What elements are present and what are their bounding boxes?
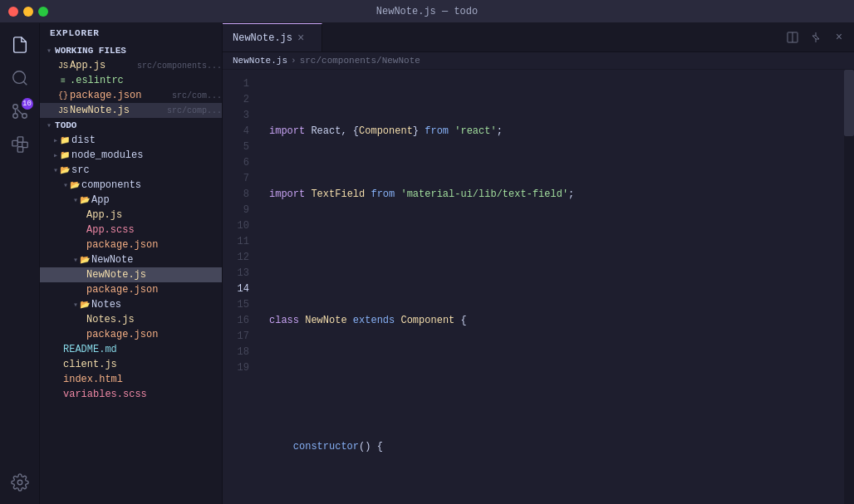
line-num-8: 8 bbox=[223, 187, 263, 203]
extensions-icon[interactable] bbox=[5, 130, 35, 159]
window-controls[interactable] bbox=[8, 7, 48, 17]
editor-container: NewNote.js × × NewNote bbox=[223, 23, 854, 504]
todo-chevron bbox=[47, 120, 52, 130]
source-control-icon[interactable]: 10 bbox=[5, 96, 35, 126]
folder-newnote[interactable]: 📂 NewNote bbox=[40, 252, 222, 267]
folder-name: App bbox=[91, 194, 222, 206]
folder-name: components bbox=[81, 179, 222, 191]
line-num-14: 14 bbox=[223, 281, 263, 297]
sidebar-header: Explorer bbox=[40, 23, 222, 43]
file-variablesscss[interactable]: variables.scss bbox=[40, 387, 222, 402]
code-line-1: import React, {Component} from 'react'; bbox=[263, 124, 844, 139]
file-name: App.js bbox=[86, 209, 222, 221]
file-app-packagejson[interactable]: package.json bbox=[40, 237, 222, 252]
folder-name: src bbox=[71, 164, 222, 176]
working-files-chevron bbox=[47, 46, 52, 56]
file-newnote-js[interactable]: NewNote.js bbox=[40, 267, 222, 282]
file-name: Notes.js bbox=[86, 314, 222, 325]
working-files-label: WORKING FILES bbox=[55, 46, 126, 56]
file-app-js[interactable]: App.js bbox=[40, 208, 222, 223]
file-name: variables.scss bbox=[63, 389, 222, 400]
breadcrumb-path: src/components/NewNote bbox=[300, 56, 420, 66]
close-editor-icon[interactable]: × bbox=[831, 26, 847, 49]
maximize-button[interactable] bbox=[38, 7, 48, 17]
split-editor-icon[interactable] bbox=[784, 26, 801, 49]
line-num-13: 13 bbox=[223, 266, 263, 281]
line-num-15: 15 bbox=[223, 297, 263, 313]
settings-icon[interactable] bbox=[5, 467, 35, 497]
file-notes-packagejson[interactable]: package.json bbox=[40, 327, 222, 342]
code-line-6: constructor() { bbox=[263, 439, 844, 455]
folder-open-icon: 📂 bbox=[58, 165, 71, 175]
line-num-19: 19 bbox=[223, 360, 263, 376]
close-button[interactable] bbox=[8, 7, 18, 17]
tab-name: NewNote.js bbox=[233, 32, 292, 44]
working-file-packagejson[interactable]: {} package.json src/com... bbox=[40, 88, 222, 103]
file-readme[interactable]: README.md bbox=[40, 342, 222, 357]
json-file-icon: {} bbox=[56, 91, 70, 100]
folder-components[interactable]: 📂 components bbox=[40, 178, 222, 193]
line-num-1: 1 bbox=[223, 76, 263, 92]
file-indexhtml[interactable]: index.html bbox=[40, 372, 222, 387]
file-app-scss[interactable]: App.scss bbox=[40, 223, 222, 237]
breadcrumb-filename: NewNote.js bbox=[233, 56, 287, 66]
editor-actions: × bbox=[778, 23, 854, 51]
file-clientjs[interactable]: client.js bbox=[40, 357, 222, 372]
file-name: package.json bbox=[86, 329, 222, 340]
more-actions-icon[interactable] bbox=[807, 26, 824, 49]
file-name: package.json bbox=[70, 90, 169, 101]
folder-name: NewNote bbox=[91, 254, 222, 266]
folder-open-icon: 📂 bbox=[68, 180, 81, 190]
svg-rect-5 bbox=[12, 140, 17, 145]
source-control-badge: 10 bbox=[22, 98, 33, 110]
todo-header[interactable]: TODO bbox=[40, 118, 222, 133]
file-notes-js[interactable]: Notes.js bbox=[40, 312, 222, 327]
line-num-4: 4 bbox=[223, 124, 263, 139]
line-num-17: 17 bbox=[223, 329, 263, 345]
folder-src[interactable]: 📂 src bbox=[40, 163, 222, 178]
code-area[interactable]: 1 2 3 4 5 6 7 8 9 10 11 12 13 14 15 16 1… bbox=[223, 70, 854, 504]
working-file-newnotejs[interactable]: JS NewNote.js src/comp... bbox=[40, 103, 222, 118]
folder-notes[interactable]: 📂 Notes bbox=[40, 297, 222, 312]
files-icon[interactable] bbox=[5, 30, 35, 60]
minimize-button[interactable] bbox=[23, 7, 33, 17]
todo-label: TODO bbox=[55, 120, 76, 130]
svg-point-4 bbox=[12, 114, 17, 119]
js-file-icon: JS bbox=[56, 106, 70, 115]
file-name: index.html bbox=[63, 374, 222, 385]
folder-node-modules[interactable]: 📁 node_modules bbox=[40, 148, 222, 163]
file-name: App.scss bbox=[86, 224, 222, 236]
search-icon[interactable] bbox=[5, 63, 35, 93]
activity-bar-bottom bbox=[5, 467, 35, 504]
eslint-file-icon: ≡ bbox=[56, 76, 70, 86]
file-name: package.json bbox=[86, 284, 222, 296]
working-files-header[interactable]: WORKING FILES bbox=[40, 43, 222, 58]
sidebar: Explorer WORKING FILES JS App.js src/com… bbox=[40, 23, 223, 504]
folder-dist[interactable]: 📁 dist bbox=[40, 133, 222, 148]
line-num-11: 11 bbox=[223, 234, 263, 250]
tab-close-icon[interactable]: × bbox=[297, 32, 304, 45]
line-numbers: 1 2 3 4 5 6 7 8 9 10 11 12 13 14 15 16 1… bbox=[223, 70, 263, 504]
line-num-6: 6 bbox=[223, 155, 263, 171]
folder-open-icon: 📂 bbox=[78, 255, 91, 265]
activity-bar: 10 bbox=[0, 23, 40, 504]
minimap[interactable] bbox=[844, 70, 854, 504]
js-file-icon: JS bbox=[56, 61, 70, 71]
file-name: NewNote.js bbox=[70, 105, 164, 116]
file-name: package.json bbox=[86, 239, 222, 251]
folder-icon: 📁 bbox=[58, 135, 71, 145]
folder-app[interactable]: 📂 App bbox=[40, 193, 222, 208]
code-line-2: import TextField from 'material-ui/lib/t… bbox=[263, 187, 844, 203]
code-content[interactable]: import React, {Component} from 'react'; … bbox=[263, 70, 844, 504]
line-num-10: 10 bbox=[223, 218, 263, 234]
line-num-7: 7 bbox=[223, 171, 263, 187]
working-file-appjs[interactable]: JS App.js src/components... bbox=[40, 58, 222, 73]
svg-point-9 bbox=[17, 480, 22, 485]
file-newnote-packagejson[interactable]: package.json bbox=[40, 282, 222, 297]
breadcrumb: NewNote.js › src/components/NewNote bbox=[223, 52, 854, 70]
svg-rect-6 bbox=[17, 137, 22, 142]
working-file-eslintrc[interactable]: ≡ .eslintrc bbox=[40, 73, 222, 88]
folder-open-icon: 📂 bbox=[78, 300, 91, 310]
tab-newnotejs[interactable]: NewNote.js × bbox=[223, 23, 322, 51]
minimap-slider[interactable] bbox=[844, 70, 854, 136]
